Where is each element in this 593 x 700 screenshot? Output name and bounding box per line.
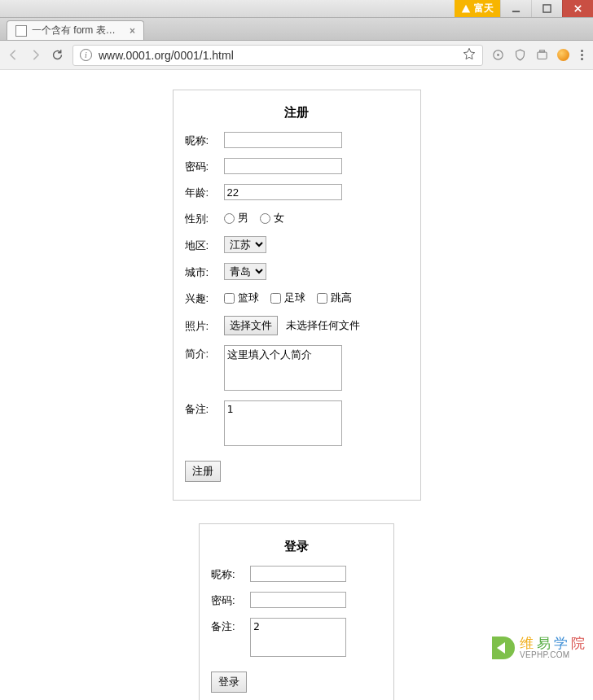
url-input[interactable]: i www.0001.org/0001/1.html: [72, 45, 483, 66]
gender-option-female: 女: [274, 211, 284, 225]
login-form: 登录 昵称: 密码: 备注: 2 登录: [199, 523, 394, 700]
minimize-button[interactable]: [500, 0, 531, 17]
nickname-input[interactable]: [224, 132, 342, 148]
age-label: 年龄:: [185, 184, 219, 200]
extension-icon-orange[interactable]: [557, 49, 569, 61]
browser-menu-button[interactable]: [578, 50, 586, 60]
user-badge: 富天: [455, 0, 500, 17]
forward-button[interactable]: [29, 48, 42, 62]
choose-file-button[interactable]: 选择文件: [224, 316, 278, 335]
url-text: www.0001.org/0001/1.html: [99, 49, 456, 62]
page-icon: [15, 25, 27, 37]
gender-label: 性别:: [185, 210, 219, 226]
titlebar-spacer: [0, 0, 455, 17]
extension-icon-2[interactable]: [535, 48, 549, 62]
hobby-label: 兴趣:: [185, 290, 219, 306]
login-password-input[interactable]: [250, 592, 346, 608]
register-submit-button[interactable]: 注册: [185, 461, 221, 482]
tab-title: 一个含有 form 表单的登: [32, 24, 121, 37]
photo-label: 照片:: [185, 317, 219, 334]
window-titlebar: 富天: [0, 0, 593, 18]
intro-textarea[interactable]: 这里填入个人简介: [224, 345, 342, 391]
hobby-option-3: 跳高: [331, 291, 352, 305]
reload-button[interactable]: [51, 48, 64, 62]
site-info-icon[interactable]: i: [80, 49, 92, 61]
intro-label: 简介:: [185, 345, 219, 361]
login-password-label: 密码:: [211, 592, 245, 608]
city-label: 城市:: [185, 264, 219, 280]
file-status-text: 未选择任何文件: [286, 318, 360, 333]
remark-label: 备注:: [185, 400, 219, 417]
address-bar: i www.0001.org/0001/1.html: [0, 41, 593, 70]
city-select[interactable]: 青岛: [224, 263, 266, 280]
hobby-option-2: 足球: [284, 291, 305, 305]
page-viewport[interactable]: 注册 昵称: 密码: 年龄: 性别: 男 女 地区: 江苏 城市: 青岛 兴趣:: [0, 70, 593, 700]
watermark-en: VEPHP.COM: [520, 651, 588, 660]
watermark-cn: 维易学院: [520, 637, 588, 651]
region-select[interactable]: 江苏: [224, 236, 266, 253]
hobby-checkbox-1[interactable]: [224, 293, 235, 304]
watermark-logo-icon: [492, 637, 515, 659]
user-badge-text: 富天: [474, 2, 494, 15]
login-title: 登录: [211, 539, 382, 554]
shield-icon[interactable]: [513, 48, 527, 62]
warning-icon: [461, 4, 471, 14]
nickname-label: 昵称:: [185, 132, 219, 148]
gender-option-male: 男: [238, 211, 248, 225]
login-nickname-input[interactable]: [250, 566, 346, 582]
tab-strip: 一个含有 form 表单的登 ×: [0, 18, 593, 41]
svg-rect-5: [540, 50, 545, 52]
register-title: 注册: [185, 105, 409, 120]
login-nickname-label: 昵称:: [211, 566, 245, 582]
password-label: 密码:: [185, 158, 219, 174]
watermark: 维易学院 VEPHP.COM: [492, 637, 588, 659]
browser-tab[interactable]: 一个含有 form 表单的登 ×: [7, 20, 144, 40]
close-button[interactable]: [562, 0, 593, 17]
region-label: 地区:: [185, 237, 219, 253]
hobby-checkbox-3[interactable]: [317, 293, 327, 304]
gender-radio-male[interactable]: [224, 213, 235, 224]
password-input[interactable]: [224, 158, 342, 174]
svg-rect-4: [538, 52, 547, 59]
login-remark-textarea[interactable]: 2: [250, 618, 346, 657]
age-input[interactable]: [224, 184, 342, 200]
gender-radio-female[interactable]: [260, 213, 270, 224]
hobby-option-1: 篮球: [238, 291, 259, 305]
remark-textarea[interactable]: 1: [224, 400, 342, 446]
register-form: 注册 昵称: 密码: 年龄: 性别: 男 女 地区: 江苏 城市: 青岛 兴趣:: [173, 90, 421, 501]
hobby-checkbox-2[interactable]: [270, 293, 281, 304]
login-remark-label: 备注:: [211, 618, 245, 634]
maximize-button[interactable]: [531, 0, 562, 17]
login-submit-button[interactable]: 登录: [211, 672, 247, 693]
bookmark-icon[interactable]: [463, 47, 476, 63]
svg-rect-0: [512, 11, 520, 12]
back-button[interactable]: [7, 48, 20, 62]
extension-icon-1[interactable]: [491, 48, 505, 62]
tab-close-icon[interactable]: ×: [130, 25, 135, 37]
svg-rect-1: [543, 5, 551, 12]
svg-point-3: [497, 54, 499, 56]
